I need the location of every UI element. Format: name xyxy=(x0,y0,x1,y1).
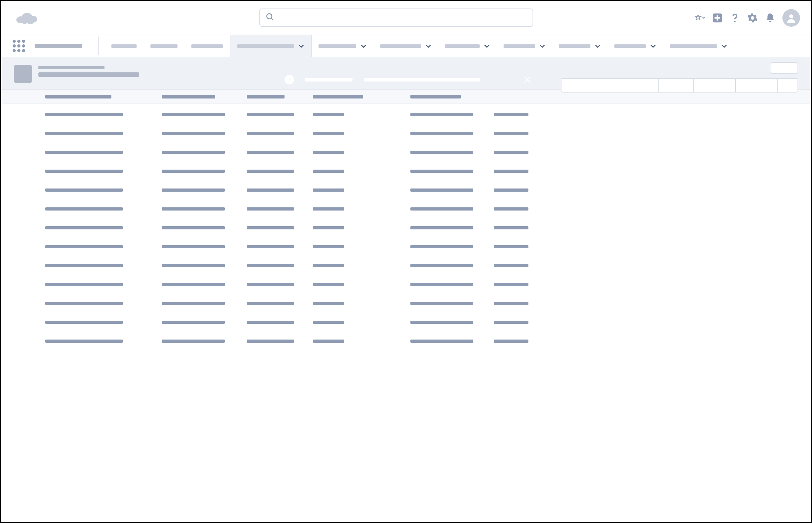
nav-tab-1[interactable] xyxy=(144,35,184,57)
cell xyxy=(45,321,123,324)
app-launcher-icon[interactable] xyxy=(13,40,25,52)
svg-rect-9 xyxy=(715,17,720,19)
table-row[interactable] xyxy=(45,188,798,192)
chevron-down-icon[interactable] xyxy=(721,44,727,48)
column-header-2[interactable] xyxy=(162,95,215,98)
cell xyxy=(410,132,473,135)
table-row[interactable] xyxy=(45,302,798,305)
table-row[interactable] xyxy=(45,321,798,324)
add-icon[interactable] xyxy=(712,13,723,23)
chevron-down-icon[interactable] xyxy=(361,44,366,48)
nav-tab-7[interactable] xyxy=(497,35,552,57)
cell xyxy=(494,264,528,267)
table-row[interactable] xyxy=(45,132,798,135)
header-action-3[interactable] xyxy=(694,79,736,92)
cell xyxy=(313,169,344,173)
svg-point-12 xyxy=(789,15,793,19)
header-action-1[interactable] xyxy=(561,79,659,92)
close-icon[interactable] xyxy=(523,75,532,84)
table-row[interactable] xyxy=(45,340,798,343)
nav-tab-4[interactable] xyxy=(311,35,373,57)
table-row[interactable] xyxy=(45,264,798,267)
column-header-1[interactable] xyxy=(45,95,111,98)
cell xyxy=(247,340,294,343)
nav-tab-2[interactable] xyxy=(184,35,230,57)
cell xyxy=(410,264,473,267)
nav-tab-9[interactable] xyxy=(608,35,663,57)
table-row[interactable] xyxy=(45,151,798,154)
header-action-5[interactable] xyxy=(778,79,797,92)
cell xyxy=(313,208,344,211)
cell xyxy=(410,283,473,286)
banner-text-2 xyxy=(364,78,480,82)
cell xyxy=(247,245,294,248)
chevron-down-icon[interactable] xyxy=(299,44,304,48)
nav-tab-label xyxy=(670,44,717,48)
table-row[interactable] xyxy=(45,169,798,173)
table-body xyxy=(1,104,811,343)
nav-tab-label xyxy=(559,44,591,48)
table-row[interactable] xyxy=(45,113,798,116)
cell xyxy=(410,245,473,248)
nav-tab-label xyxy=(614,44,646,48)
header-action-2[interactable] xyxy=(659,79,694,92)
table-row[interactable] xyxy=(45,283,798,286)
cell xyxy=(313,188,344,192)
nav-tab-10[interactable] xyxy=(663,35,734,57)
cell xyxy=(162,340,225,343)
cell xyxy=(313,264,344,267)
search-input[interactable] xyxy=(278,14,527,22)
cell xyxy=(162,245,225,248)
cell xyxy=(247,302,294,305)
column-header-5[interactable] xyxy=(410,95,461,98)
nav-tab-label xyxy=(504,44,535,48)
settings-icon[interactable] xyxy=(747,13,758,23)
nav-tab-label xyxy=(237,44,294,48)
svg-point-11 xyxy=(751,17,754,19)
chevron-down-icon[interactable] xyxy=(539,44,545,48)
nav-tab-3[interactable] xyxy=(230,35,311,57)
nav-tab-0[interactable] xyxy=(105,35,144,57)
help-icon[interactable] xyxy=(729,13,740,23)
banner-text-1 xyxy=(305,78,353,82)
table-row[interactable] xyxy=(45,208,798,211)
cell xyxy=(45,132,123,135)
cell xyxy=(313,132,344,135)
cell xyxy=(494,208,528,211)
chevron-down-icon[interactable] xyxy=(595,44,600,48)
favorites-icon[interactable] xyxy=(694,13,705,23)
cell xyxy=(494,340,528,343)
chevron-down-icon[interactable] xyxy=(650,44,656,48)
nav-tab-8[interactable] xyxy=(552,35,608,57)
search-icon xyxy=(266,13,274,23)
notifications-icon[interactable] xyxy=(765,13,775,23)
cell xyxy=(247,226,294,229)
chevron-down-icon[interactable] xyxy=(426,44,431,48)
cell xyxy=(162,132,225,135)
cell xyxy=(247,113,294,116)
global-header xyxy=(1,1,811,35)
nav-tab-6[interactable] xyxy=(438,35,497,57)
chevron-down-icon[interactable] xyxy=(484,44,490,48)
page-subtitle xyxy=(38,66,105,69)
nav-tab-label xyxy=(445,44,480,48)
cell xyxy=(410,208,473,211)
column-header-4[interactable] xyxy=(313,95,363,98)
user-avatar[interactable] xyxy=(782,9,800,27)
cell xyxy=(494,151,528,154)
cell xyxy=(313,245,344,248)
nav-tab-5[interactable] xyxy=(373,35,438,57)
cell xyxy=(247,132,294,135)
cell xyxy=(45,340,123,343)
header-action-4[interactable] xyxy=(736,79,778,92)
cell xyxy=(162,151,225,154)
cell xyxy=(162,113,225,116)
column-header-3[interactable] xyxy=(247,95,285,98)
table-row[interactable] xyxy=(45,245,798,248)
cell xyxy=(45,208,123,211)
info-banner xyxy=(285,75,532,84)
cell xyxy=(494,245,528,248)
global-search[interactable] xyxy=(259,8,533,27)
table-row[interactable] xyxy=(45,226,798,229)
header-action-small[interactable] xyxy=(770,62,798,74)
